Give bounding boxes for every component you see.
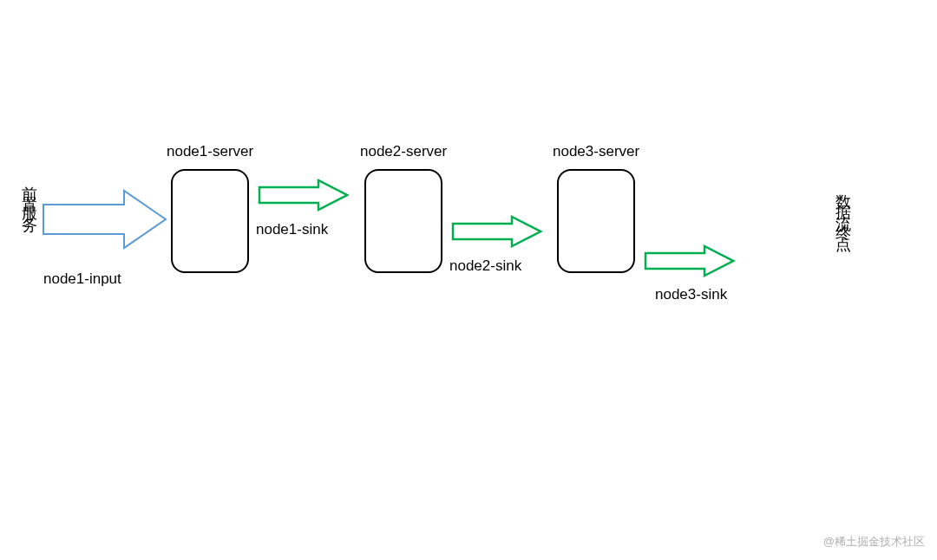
node1-sink-label: node1-sink <box>256 221 328 238</box>
flow-arrow-2-icon <box>451 215 542 248</box>
input-arrow-icon <box>42 189 167 250</box>
node1-box <box>171 169 249 273</box>
watermark-label: @稀土掘金技术社区 <box>823 534 925 550</box>
flow-arrow-1-icon <box>258 179 349 212</box>
node1-server-label: node1-server <box>167 143 253 160</box>
right-sink-label: 数据流终点 <box>833 182 854 234</box>
node3-server-label: node3-server <box>553 143 639 160</box>
svg-marker-3 <box>645 246 733 276</box>
node3-box <box>557 169 635 273</box>
svg-marker-0 <box>43 191 166 248</box>
node3-sink-label: node3-sink <box>655 286 727 303</box>
svg-marker-1 <box>259 180 347 210</box>
node2-server-label: node2-server <box>360 143 447 160</box>
flow-arrow-3-icon <box>644 244 735 277</box>
left-source-label: 前置服务 <box>19 173 40 215</box>
svg-marker-2 <box>453 217 541 246</box>
input-arrow-label: node1-input <box>43 270 121 288</box>
node2-sink-label: node2-sink <box>449 257 521 275</box>
node2-box <box>364 169 442 273</box>
